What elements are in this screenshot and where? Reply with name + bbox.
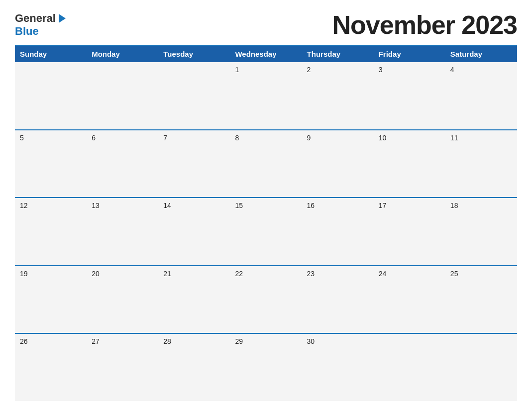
day-cell-24: 24 bbox=[374, 266, 445, 333]
day-num-3: 3 bbox=[379, 65, 440, 75]
day-cell-9: 9 bbox=[302, 130, 374, 198]
day-num-9: 9 bbox=[307, 133, 369, 143]
day-num-6: 6 bbox=[92, 133, 153, 143]
day-header-friday: Friday bbox=[374, 46, 445, 62]
day-num-19: 19 bbox=[20, 269, 82, 279]
day-cell-empty-0-0 bbox=[15, 62, 87, 129]
logo-general-text: General bbox=[15, 12, 56, 25]
day-cell-25: 25 bbox=[445, 266, 517, 333]
day-cell-15: 15 bbox=[230, 198, 302, 265]
day-cell-20: 20 bbox=[87, 266, 158, 333]
day-cell-28: 28 bbox=[158, 334, 230, 401]
day-cell-19: 19 bbox=[15, 266, 87, 333]
day-num-8: 8 bbox=[235, 133, 297, 143]
day-cell-12: 12 bbox=[15, 198, 87, 265]
header: General Blue November 2023 bbox=[15, 10, 517, 40]
day-header-sunday: Sunday bbox=[15, 46, 87, 62]
day-num-28: 28 bbox=[163, 337, 225, 347]
day-cell-10: 10 bbox=[374, 130, 445, 198]
logo-blue-text: Blue bbox=[15, 25, 39, 38]
day-cell-26: 26 bbox=[15, 334, 87, 401]
day-num-7: 7 bbox=[163, 133, 225, 143]
day-header-monday: Monday bbox=[87, 46, 158, 62]
month-title: November 2023 bbox=[332, 10, 517, 40]
day-cell-4: 4 bbox=[445, 62, 517, 129]
logo-triangle-icon bbox=[59, 14, 66, 23]
day-num-29: 29 bbox=[235, 337, 297, 347]
day-cell-23: 23 bbox=[302, 266, 374, 333]
week-row-1: 1234 bbox=[15, 62, 517, 129]
day-num-27: 27 bbox=[92, 337, 153, 347]
week-row-3: 12131415161718 bbox=[15, 197, 517, 265]
day-num-20: 20 bbox=[92, 269, 153, 279]
logo-text: General bbox=[15, 12, 66, 25]
day-cell-empty-4-6 bbox=[445, 334, 517, 401]
day-cell-21: 21 bbox=[158, 266, 230, 333]
day-cell-2: 2 bbox=[302, 62, 374, 129]
day-cell-7: 7 bbox=[158, 130, 230, 198]
day-num-5: 5 bbox=[20, 133, 82, 143]
day-num-24: 24 bbox=[379, 269, 440, 279]
day-num-2: 2 bbox=[307, 65, 369, 75]
day-num-26: 26 bbox=[20, 337, 82, 347]
day-num-12: 12 bbox=[20, 201, 82, 211]
day-cell-13: 13 bbox=[87, 198, 158, 265]
day-num-21: 21 bbox=[163, 269, 225, 279]
day-cell-empty-0-2 bbox=[158, 62, 230, 129]
day-cell-16: 16 bbox=[302, 198, 374, 265]
day-cell-1: 1 bbox=[230, 62, 302, 129]
day-num-18: 18 bbox=[450, 201, 512, 211]
day-num-22: 22 bbox=[235, 269, 297, 279]
day-num-25: 25 bbox=[450, 269, 512, 279]
day-cell-29: 29 bbox=[230, 334, 302, 401]
day-cell-22: 22 bbox=[230, 266, 302, 333]
day-num-16: 16 bbox=[307, 201, 369, 211]
day-cell-17: 17 bbox=[374, 198, 445, 265]
day-num-11: 11 bbox=[450, 133, 512, 143]
week-row-4: 19202122232425 bbox=[15, 265, 517, 333]
day-num-4: 4 bbox=[450, 65, 512, 75]
day-cell-14: 14 bbox=[158, 198, 230, 265]
day-header-saturday: Saturday bbox=[445, 46, 517, 62]
week-row-5: 2627282930 bbox=[15, 333, 517, 401]
day-num-17: 17 bbox=[379, 201, 440, 211]
day-headers: Sunday Monday Tuesday Wednesday Thursday… bbox=[15, 46, 517, 62]
day-cell-6: 6 bbox=[87, 130, 158, 198]
logo: General Blue bbox=[15, 12, 66, 38]
day-num-15: 15 bbox=[235, 201, 297, 211]
day-num-14: 14 bbox=[163, 201, 225, 211]
day-num-10: 10 bbox=[379, 133, 440, 143]
day-num-30: 30 bbox=[307, 337, 369, 347]
calendar-page: General Blue November 2023 Sunday Monday… bbox=[0, 0, 532, 411]
day-cell-5: 5 bbox=[15, 130, 87, 198]
week-row-2: 567891011 bbox=[15, 129, 517, 198]
weeks: 1234567891011121314151617181920212223242… bbox=[15, 62, 517, 401]
day-cell-30: 30 bbox=[302, 334, 374, 401]
day-num-1: 1 bbox=[235, 65, 297, 75]
day-cell-18: 18 bbox=[445, 198, 517, 265]
calendar: Sunday Monday Tuesday Wednesday Thursday… bbox=[15, 45, 517, 401]
day-header-tuesday: Tuesday bbox=[158, 46, 230, 62]
day-num-23: 23 bbox=[307, 269, 369, 279]
day-header-wednesday: Wednesday bbox=[230, 46, 302, 62]
day-cell-3: 3 bbox=[374, 62, 445, 129]
day-num-13: 13 bbox=[92, 201, 153, 211]
day-cell-27: 27 bbox=[87, 334, 158, 401]
day-header-thursday: Thursday bbox=[302, 46, 374, 62]
day-cell-empty-4-5 bbox=[374, 334, 445, 401]
day-cell-8: 8 bbox=[230, 130, 302, 198]
day-cell-11: 11 bbox=[445, 130, 517, 198]
day-cell-empty-0-1 bbox=[87, 62, 158, 129]
